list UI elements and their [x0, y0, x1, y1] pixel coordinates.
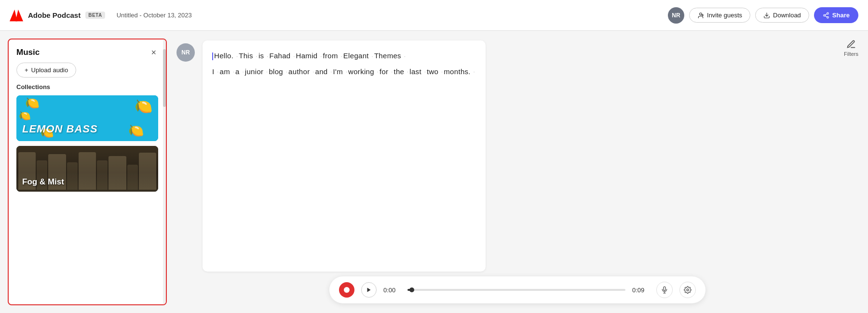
avatar: NR [668, 7, 684, 24]
app-name: Adobe Podcast [28, 11, 81, 19]
upload-audio-button[interactable]: + Upload audio [16, 63, 76, 78]
svg-rect-10 [664, 287, 665, 290]
progress-track[interactable] [407, 289, 625, 291]
download-icon [763, 12, 770, 19]
record-dot [344, 287, 350, 293]
music-panel: Music × + Upload audio Collections 🍋 🍋 🍋… [8, 39, 167, 305]
play-icon [366, 287, 372, 293]
transcript-line-1: Hello.·This·is·Fahad·Hamid·from·Elegant·… [212, 49, 476, 63]
panel-title: Music [16, 48, 40, 57]
svg-point-0 [700, 13, 702, 15]
person-add-icon [697, 12, 704, 19]
editor-area: Filters NR Hello.·This·is·Fahad·Hamid·fr… [167, 31, 868, 313]
play-button[interactable] [361, 282, 377, 298]
header-left: Adobe Podcast BETA Untitled - October 13… [10, 9, 192, 22]
main-content: Music × + Upload audio Collections 🍋 🍋 🍋… [0, 31, 868, 313]
scroll-thumb[interactable] [163, 49, 166, 107]
close-button[interactable]: × [149, 47, 158, 58]
filters-label: Filters [844, 51, 858, 57]
transcript-line-2: I·am·a·junior·blog·author·and·I'm·workin… [212, 65, 476, 79]
download-label: Download [773, 12, 801, 19]
mic-button[interactable] [656, 282, 673, 298]
collection-fog-mist[interactable]: Fog & Mist [16, 146, 158, 192]
speaker-avatar: NR [176, 43, 195, 62]
invite-guests-button[interactable]: Invite guests [689, 8, 750, 23]
progress-thumb[interactable] [409, 287, 414, 292]
svg-marker-9 [367, 288, 371, 292]
share-icon [823, 12, 829, 19]
header: Adobe Podcast BETA Untitled - October 13… [0, 0, 868, 31]
scroll-indicator [163, 39, 166, 304]
time-end: 0:09 [632, 287, 650, 294]
transcript-container: NR Hello.·This·is·Fahad·Hamid·from·Elega… [176, 40, 858, 276]
playback-bar: 0:00 0:09 [329, 276, 705, 303]
record-button[interactable] [339, 282, 354, 298]
collections-list: 🍋 🍋 🍋 🍋 🍋 LEMON BASS [9, 95, 166, 304]
time-start: 0:00 [383, 287, 401, 294]
share-label: Share [832, 12, 850, 19]
filters-button[interactable]: Filters [844, 39, 858, 57]
collections-label: Collections [9, 83, 166, 95]
share-button[interactable]: Share [814, 7, 858, 23]
doc-title: Untitled - October 13, 2023 [117, 12, 192, 19]
invite-guests-label: Invite guests [707, 12, 742, 19]
lemon-bass-title: LEMON BASS [22, 123, 98, 135]
beta-badge: BETA [85, 12, 105, 19]
header-right: NR Invite guests Download Share [668, 7, 858, 24]
adobe-logo-icon [10, 9, 23, 22]
svg-line-7 [825, 15, 827, 16]
svg-line-8 [825, 13, 827, 14]
settings-icon [684, 286, 692, 294]
panel-header: Music × [9, 39, 166, 63]
plus-icon: + [25, 66, 28, 74]
fog-mist-title: Fog & Mist [22, 177, 64, 187]
upload-label: Upload audio [31, 66, 68, 74]
collection-lemon-bass[interactable]: 🍋 🍋 🍋 🍋 🍋 LEMON BASS [16, 95, 158, 141]
download-button[interactable]: Download [755, 8, 809, 23]
text-cursor [212, 52, 213, 60]
svg-point-13 [687, 289, 689, 291]
mic-icon [661, 286, 668, 294]
transcript-bubble: Hello.·This·is·Fahad·Hamid·from·Elegant·… [203, 40, 486, 272]
settings-button[interactable] [679, 282, 696, 298]
filters-icon [846, 39, 856, 49]
